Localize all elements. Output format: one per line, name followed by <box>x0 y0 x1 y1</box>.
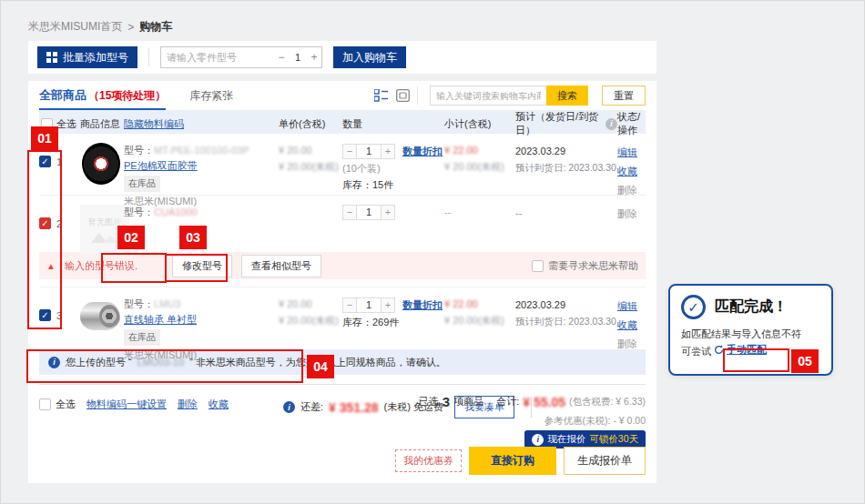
edit-link[interactable]: 编辑 <box>617 143 637 162</box>
footer-select-all-checkbox[interactable] <box>39 398 51 410</box>
delete-link[interactable]: 删除 <box>617 181 637 200</box>
no-image-label: 暂无图片 <box>88 217 121 228</box>
product-image-tape[interactable] <box>82 143 120 185</box>
breadcrumb-separator-icon: > <box>127 21 134 34</box>
divider <box>417 86 418 105</box>
row2-checkbox[interactable]: ✓ <box>39 217 51 229</box>
need-help-label: 需要寻求米思米帮助 <box>548 259 638 273</box>
product-image-bearing[interactable] <box>80 302 120 330</box>
qty-discount-link[interactable]: 数量折扣 <box>402 297 443 314</box>
list-view-icon[interactable] <box>373 88 389 103</box>
subtotal: ¥ 22.00 <box>444 297 515 313</box>
tooltip-text: 现在报价 <box>547 433 585 446</box>
unit-price-untaxed: ¥ 20.00(未税) <box>279 159 342 176</box>
qty-plus-button[interactable]: + <box>307 47 321 67</box>
checkout-zone: i 现在报价可锁价30天 我的优惠券 直接订购 生成报价单 <box>39 428 646 480</box>
cart-search-group: 搜索 <box>430 86 588 106</box>
delete-link[interactable]: 删除 <box>617 335 637 354</box>
subtotal-untaxed: ¥ 20.00(未税) <box>444 313 515 329</box>
qty-minus-button[interactable]: − <box>274 47 289 67</box>
model-label: 型号： <box>124 207 154 217</box>
product-name-link[interactable]: PE泡棉双面胶带 <box>124 160 198 171</box>
plus-button[interactable]: + <box>381 297 395 313</box>
my-coupons-button[interactable]: 我的优惠券 <box>395 449 462 472</box>
plus-button[interactable]: + <box>381 205 395 220</box>
table-row: ✓3 型号：LMU3 直线轴承 单衬型 在库品 米思米(MISUMI) ¥ 20… <box>39 287 646 347</box>
row1-checkbox[interactable]: ✓ <box>39 156 51 167</box>
total-tax: (包含税费: ¥ 6.33) <box>569 396 646 408</box>
row2-error-bar: ▲ 输入的型号错误. 修改型号 查看相似型号 需要寻求米思米帮助 <box>39 252 646 279</box>
mountains-icon <box>91 230 118 243</box>
subtotal-dash: -- <box>444 205 515 221</box>
favorite-link[interactable]: 收藏 <box>617 316 637 335</box>
col-eta: 预计（发货日/到货日） <box>515 110 602 137</box>
plus-button[interactable]: + <box>381 144 395 159</box>
minus-button[interactable]: − <box>342 297 357 313</box>
eta-dash: -- <box>515 205 617 222</box>
search-button[interactable]: 搜索 <box>546 86 588 106</box>
col-subtotal: 小计(含税) <box>444 117 515 131</box>
model-label: 型号： <box>124 298 154 309</box>
code-batch-set-link[interactable]: 物料编码一键设置 <box>86 398 167 411</box>
direct-order-button[interactable]: 直接订购 <box>469 447 556 475</box>
info-icon: i <box>532 434 544 446</box>
cart-summary: 全选 物料编码一键设置 删除 收藏 i 还差: ¥ 351.28 (未税) 免运… <box>39 384 646 428</box>
popup-line1: 如匹配结果与导入信息不符 <box>681 327 820 342</box>
tab-all-items[interactable]: 全部商品（15项待处理） <box>39 82 166 110</box>
delete-link[interactable]: 删除 <box>617 205 637 224</box>
minus-button[interactable]: − <box>342 144 357 159</box>
info-icon: i <box>283 401 295 413</box>
product-name-link[interactable]: 直线轴承 单衬型 <box>124 314 197 325</box>
annotation-04: 04 <box>307 355 334 378</box>
tab-all-count: （15项待处理） <box>88 89 166 102</box>
subtotal-untaxed: ¥ 20.00(未税) <box>444 159 515 176</box>
cart-search-input[interactable] <box>430 86 546 106</box>
breadcrumb: 米思米MISUMI首页 > 购物车 <box>28 19 172 35</box>
row3-checkbox[interactable]: ✓ <box>39 309 51 321</box>
generate-quote-button[interactable]: 生成报价单 <box>564 447 646 475</box>
model-value: CUA1000 <box>154 207 198 217</box>
row2-index: 2 <box>56 218 62 229</box>
hide-code-link[interactable]: 隐藏物料编码 <box>124 117 184 131</box>
unit-price: ¥ 20.00 <box>279 143 342 159</box>
col-qty: 数量 <box>342 117 444 131</box>
stock-count: 库存：15件 <box>342 176 444 194</box>
view-similar-button[interactable]: 查看相似型号 <box>241 255 321 277</box>
row1-index: 1 <box>56 156 62 167</box>
part-number-input[interactable] <box>161 52 274 63</box>
reset-button[interactable]: 重置 <box>602 86 646 106</box>
popup-title: 匹配完成！ <box>715 297 788 317</box>
qty-value[interactable]: 1 <box>357 144 381 159</box>
info-icon: i <box>48 357 60 368</box>
qty-value[interactable]: 1 <box>357 297 381 313</box>
row3-index: 3 <box>56 310 62 321</box>
row2-stepper: −1+ <box>342 205 395 220</box>
batch-add-button[interactable]: 批量添加型号 <box>37 46 137 68</box>
manual-match-link[interactable]: 手动匹配 <box>714 342 767 358</box>
breadcrumb-home-link[interactable]: 米思米MISUMI首页 <box>28 19 122 35</box>
recommendation-prefix: 您上传的型号 “ <box>66 356 132 369</box>
tab-low-stock[interactable]: 库存紧张 <box>189 88 233 104</box>
footer-favorite-link[interactable]: 收藏 <box>209 398 229 411</box>
fix-model-button[interactable]: 修改型号 <box>172 255 232 277</box>
qty-value[interactable]: 1 <box>289 52 307 63</box>
quick-add-bar: 批量添加型号 − 1 + 加入购物车 <box>28 41 656 74</box>
row3-stepper: −1+ <box>342 297 395 313</box>
cart-page: 米思米MISUMI首页 > 购物车 批量添加型号 − 1 + 加入购物车 全部商… <box>0 0 865 504</box>
footer-delete-link[interactable]: 删除 <box>178 398 198 411</box>
annotation-02: 02 <box>117 226 145 249</box>
add-to-cart-button[interactable]: 加入购物车 <box>333 46 406 68</box>
eta-info-icon[interactable]: i <box>606 118 617 130</box>
need-help-checkbox[interactable] <box>532 260 544 272</box>
qty-discount-link[interactable]: 数量折扣 <box>402 143 443 160</box>
grid-icon <box>46 52 58 64</box>
footer-select-all-label: 全选 <box>56 398 76 411</box>
pack-size: (10个装) <box>342 160 444 177</box>
edit-link[interactable]: 编辑 <box>617 297 637 316</box>
qty-value[interactable]: 1 <box>357 205 381 220</box>
selected-suffix: 项商品 <box>453 395 483 408</box>
favorite-link[interactable]: 收藏 <box>617 162 637 181</box>
table-header: 全选 商品信息隐藏物料编码 单价(含税) 数量 小计(含税) 预计（发货日/到货… <box>39 110 646 134</box>
box-view-icon[interactable] <box>395 88 411 103</box>
minus-button[interactable]: − <box>342 205 357 220</box>
